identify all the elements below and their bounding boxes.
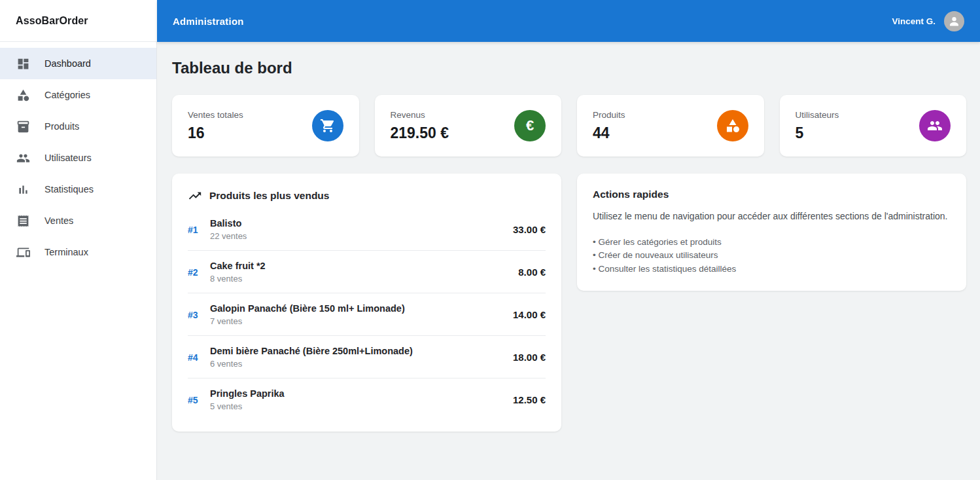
product-rank: #3 — [188, 310, 210, 320]
product-rank: #2 — [188, 267, 210, 278]
app-logo: AssoBarOrder — [16, 15, 88, 27]
cart-icon — [312, 110, 343, 141]
product-sales: 8 ventes — [210, 274, 508, 284]
quick-action-item: Consulter les statistiques détaillées — [593, 263, 951, 276]
user-name: Vincent G. — [892, 16, 936, 26]
stat-label: Ventes totales — [188, 110, 243, 120]
stat-value: 16 — [188, 124, 243, 142]
product-row: #5 Pringles Paprika 5 ventes 12.50 € — [188, 378, 546, 416]
category-icon — [717, 110, 748, 141]
people-icon — [919, 110, 951, 141]
page-title: Tableau de bord — [172, 59, 966, 77]
brand-area: AssoBarOrder — [0, 0, 157, 42]
quick-actions-description: Utilisez le menu de navigation pour accé… — [593, 210, 951, 223]
trending-up-icon — [188, 189, 202, 203]
euro-icon: € — [514, 110, 546, 141]
sidebar-item-label: Statistiques — [44, 184, 94, 194]
product-name: Pringles Paprika — [210, 388, 502, 399]
sidebar: Dashboard Catégories Produits Utilisateu… — [0, 42, 157, 480]
stat-value: 44 — [593, 124, 625, 142]
dashboard-icon — [16, 56, 30, 71]
appbar: Administration Vincent G. — [157, 0, 980, 42]
sidebar-item-label: Produits — [44, 121, 79, 132]
stat-label: Produits — [593, 110, 625, 120]
receipt-icon — [16, 213, 30, 228]
stat-card-total-sales: Ventes totales 16 — [172, 95, 359, 157]
product-name: Demi bière Panaché (Bière 250ml+Limonade… — [210, 346, 502, 356]
stat-card-revenue: Revenus 219.50 € € — [375, 95, 562, 157]
product-sales: 7 ventes — [210, 316, 502, 326]
main-content: Tableau de bord Ventes totales 16 Revenu… — [157, 42, 980, 480]
product-price: 12.50 € — [513, 394, 546, 405]
product-rank: #1 — [188, 225, 210, 235]
stat-value: 5 — [796, 124, 839, 142]
sidebar-item-label: Utilisateurs — [44, 153, 92, 163]
product-name: Cake fruit *2 — [210, 261, 508, 271]
inventory-icon — [16, 119, 30, 134]
stat-card-users: Utilisateurs 5 — [780, 95, 967, 157]
sidebar-item-statistics[interactable]: Statistiques — [0, 174, 156, 205]
product-rank: #5 — [188, 395, 210, 405]
stat-card-products: Produits 44 — [577, 95, 764, 157]
sidebar-item-dashboard[interactable]: Dashboard — [0, 48, 156, 79]
stat-value: 219.50 € — [391, 124, 449, 142]
content-grid: Produits les plus vendus #1 Balisto 22 v… — [172, 174, 966, 432]
sidebar-item-categories[interactable]: Catégories — [0, 79, 156, 111]
sidebar-item-users[interactable]: Utilisateurs — [0, 142, 156, 174]
user-menu[interactable]: Vincent G. — [892, 11, 964, 31]
product-sales: 5 ventes — [210, 401, 502, 411]
product-name: Galopin Panaché (Bière 150 ml+ Limonade) — [210, 303, 502, 314]
product-price: 14.00 € — [513, 309, 546, 320]
sidebar-item-label: Terminaux — [44, 247, 88, 257]
sidebar-item-sales[interactable]: Ventes — [0, 205, 156, 236]
top-products-header: Produits les plus vendus — [188, 189, 546, 203]
category-icon — [16, 88, 30, 102]
quick-actions-list: Gérer les catégories et produits Créer d… — [593, 236, 951, 276]
user-avatar[interactable] — [944, 11, 964, 31]
stats-row: Ventes totales 16 Revenus 219.50 € € Pro… — [172, 95, 966, 157]
sidebar-item-label: Ventes — [44, 215, 73, 226]
product-sales: 22 ventes — [210, 231, 502, 241]
product-row: #1 Balisto 22 ventes 33.00 € — [188, 208, 546, 251]
product-sales: 6 ventes — [210, 359, 502, 369]
quick-actions-title: Actions rapides — [593, 189, 951, 200]
stat-label: Revenus — [391, 110, 449, 120]
product-price: 33.00 € — [513, 224, 546, 235]
sidebar-item-label: Dashboard — [44, 58, 91, 69]
product-rank: #4 — [188, 352, 210, 363]
appbar-title: Administration — [173, 16, 244, 27]
stat-label: Utilisateurs — [796, 110, 839, 120]
product-price: 8.00 € — [518, 267, 546, 278]
product-price: 18.00 € — [513, 352, 546, 363]
product-row: #4 Demi bière Panaché (Bière 250ml+Limon… — [188, 336, 546, 378]
person-icon — [947, 14, 961, 28]
product-row: #2 Cake fruit *2 8 ventes 8.00 € — [188, 251, 546, 293]
card-title: Produits les plus vendus — [209, 190, 329, 202]
top-products-card: Produits les plus vendus #1 Balisto 22 v… — [172, 174, 561, 432]
sidebar-item-terminals[interactable]: Terminaux — [0, 236, 156, 268]
product-name: Balisto — [210, 218, 502, 229]
sidebar-item-products[interactable]: Produits — [0, 111, 156, 142]
quick-action-item: Créer de nouveaux utilisateurs — [593, 249, 951, 263]
bar-chart-icon — [16, 182, 30, 196]
topbar: AssoBarOrder Administration Vincent G. — [0, 0, 980, 42]
quick-actions-card: Actions rapides Utilisez le menu de navi… — [577, 174, 966, 291]
product-row: #3 Galopin Panaché (Bière 150 ml+ Limona… — [188, 293, 546, 336]
quick-action-item: Gérer les catégories et produits — [593, 236, 951, 249]
people-icon — [16, 151, 30, 165]
sidebar-item-label: Catégories — [44, 90, 90, 100]
devices-icon — [16, 245, 30, 259]
